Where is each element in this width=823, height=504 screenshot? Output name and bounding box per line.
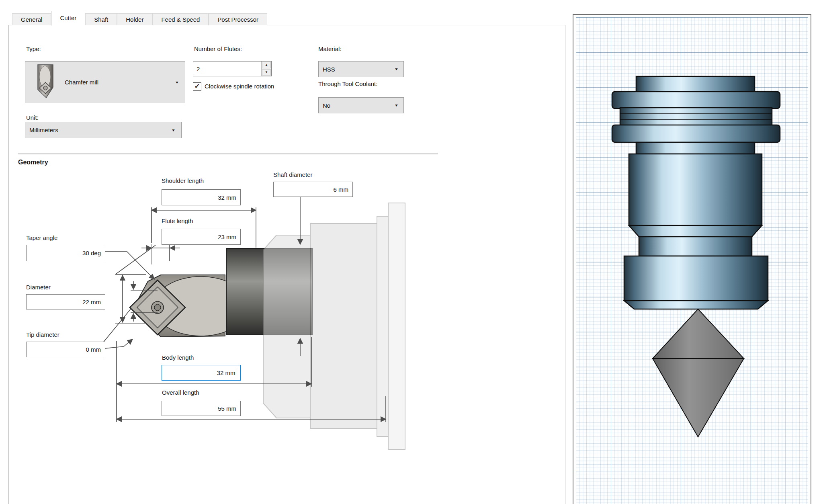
tip-diameter-label: Tip diameter [26,331,59,338]
tool-3d-render [576,17,808,501]
flute-length-field[interactable]: 23 mm [162,229,241,245]
material-dropdown[interactable]: HSS ▼ [318,61,404,77]
section-divider [18,154,438,154]
unit-value: Millimeters [29,127,58,133]
diameter-field[interactable]: 22 mm [26,294,105,309]
taper-angle-value: 30 deg [82,250,101,256]
spin-up-button[interactable]: ▲ [262,62,271,68]
overall-length-field[interactable]: 55 mm [162,401,241,416]
shaft-diameter-field[interactable]: 6 mm [273,182,353,197]
holder-silhouette [263,203,405,449]
shaft-diameter-label: Shaft diameter [273,171,313,178]
tool-preview-panel [573,14,811,504]
tab-general[interactable]: General [12,13,51,25]
spin-down-button[interactable]: ▼ [262,69,271,76]
flutes-spin-buttons: ▲ ▼ [261,61,271,76]
flutes-stepper[interactable]: 2 ▲ ▼ [193,61,272,76]
tab-feed-speed[interactable]: Feed & Speed [152,13,209,25]
flute-length-value: 23 mm [218,234,236,240]
tab-cutter[interactable]: Cutter [51,11,85,26]
shoulder-length-value: 32 mm [218,194,236,201]
shoulder-length-field[interactable]: 32 mm [162,189,241,205]
overall-length-value: 55 mm [218,405,236,412]
coolant-dropdown[interactable]: No ▼ [318,97,404,113]
check-icon: ✓ [194,82,200,90]
unit-label: Unit: [26,114,39,121]
shoulder-length-label: Shoulder length [162,177,204,184]
tab-shaft[interactable]: Shaft [85,13,117,25]
body-length-field[interactable]: 32 mm [162,365,241,381]
flute-length-label: Flute length [162,217,193,224]
chevron-down-icon: ▼ [394,68,399,71]
text-caret [236,369,237,377]
chevron-down-icon: ▼ [171,128,176,132]
tool-3d-viewport[interactable] [576,17,808,504]
unit-dropdown[interactable]: Millimeters ▼ [25,122,182,138]
tab-post-processor[interactable]: Post Processor [209,13,267,25]
spindle-rotation-checkbox[interactable]: ✓ [193,82,201,91]
body-length-value: 32 mm [217,369,235,376]
chamfer-mill-icon [36,64,55,100]
tab-holder[interactable]: Holder [117,13,152,25]
flutes-value: 2 [193,61,261,76]
coolant-label: Through Tool Coolant: [318,80,377,87]
type-label: Type: [26,45,41,52]
body-length-label: Body length [162,354,194,361]
geometry-section-title: Geometry [18,159,48,166]
material-value: HSS [323,66,335,73]
tip-diameter-value: 0 mm [86,346,101,353]
tip-diameter-field[interactable]: 0 mm [26,342,105,357]
flutes-label: Number of Flutes: [194,45,242,52]
type-dropdown[interactable]: Chamfer mill ▼ [25,61,185,103]
overall-length-label: Overall length [162,389,199,396]
diameter-value: 22 mm [82,299,101,305]
taper-angle-field[interactable]: 30 deg [26,245,105,261]
chevron-down-icon: ▼ [394,104,399,107]
shaft-diameter-value: 6 mm [334,186,349,193]
tab-bar: General Cutter Shaft Holder Feed & Speed… [12,11,267,25]
taper-angle-label: Taper angle [26,234,57,241]
spindle-rotation-label: Clockwise spindle rotation [205,83,274,90]
type-value: Chamfer mill [65,79,98,86]
chevron-down-icon: ▼ [175,80,179,84]
diameter-label: Diameter [26,284,51,291]
coolant-value: No [323,102,330,109]
material-label: Material: [318,45,342,52]
